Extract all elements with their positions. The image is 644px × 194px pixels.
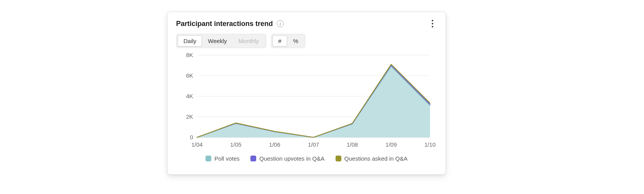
legend-label-upvotes: Question upvotes in Q&A (259, 155, 324, 162)
svg-text:1/10: 1/10 (424, 141, 435, 148)
svg-text:1/08: 1/08 (347, 141, 358, 148)
svg-point-0 (432, 20, 433, 21)
legend-label-poll: Poll votes (214, 155, 240, 162)
svg-text:8K: 8K (186, 52, 193, 58)
svg-point-2 (432, 26, 433, 28)
mode-toggle: # % (271, 34, 306, 48)
svg-text:1/04: 1/04 (191, 141, 202, 148)
svg-text:4K: 4K (186, 93, 193, 99)
more-menu-button[interactable] (428, 19, 437, 28)
chart-controls: Daily Weekly Monthly # % (176, 34, 437, 48)
mode-count[interactable]: # (272, 35, 287, 47)
legend-label-asked: Questions asked in Q&A (344, 155, 408, 162)
card-header: Participant interactions trend i (176, 19, 437, 28)
granularity-monthly: Monthly (233, 35, 265, 47)
svg-text:1/05: 1/05 (230, 141, 242, 148)
legend-item-asked[interactable]: Questions asked in Q&A (336, 155, 408, 162)
svg-text:6K: 6K (186, 72, 193, 79)
granularity-weekly[interactable]: Weekly (202, 35, 233, 47)
legend-swatch-asked (336, 156, 341, 161)
chart-area: 02K4K6K8K1/041/051/061/071/081/091/10 (176, 51, 437, 152)
card-title: Participant interactions trend (176, 20, 273, 28)
mode-percent[interactable]: % (287, 35, 304, 47)
legend-swatch-poll (206, 156, 211, 161)
granularity-daily[interactable]: Daily (178, 35, 202, 47)
legend-item-upvotes[interactable]: Question upvotes in Q&A (250, 155, 324, 162)
chart-svg: 02K4K6K8K1/041/051/061/071/081/091/10 (176, 51, 438, 152)
svg-text:2K: 2K (186, 113, 193, 120)
svg-text:1/07: 1/07 (308, 141, 319, 148)
svg-text:1/09: 1/09 (385, 141, 397, 148)
svg-point-1 (432, 23, 433, 24)
granularity-toggle: Daily Weekly Monthly (176, 34, 266, 48)
interactions-trend-card: Participant interactions trend i Daily W… (167, 12, 446, 175)
legend-swatch-upvotes (250, 156, 256, 161)
chart-legend: Poll votes Question upvotes in Q&A Quest… (176, 155, 437, 162)
kebab-icon (432, 20, 433, 28)
info-icon[interactable]: i (277, 20, 284, 27)
svg-text:0: 0 (190, 134, 193, 140)
svg-text:1/06: 1/06 (269, 141, 280, 148)
legend-item-poll[interactable]: Poll votes (206, 155, 240, 162)
